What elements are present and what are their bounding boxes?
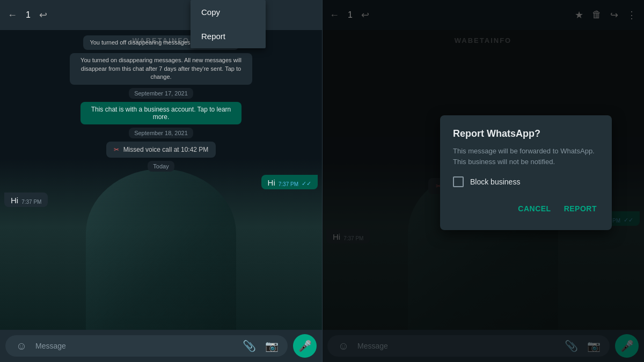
sent-msg-time-left: 7:37 PM xyxy=(279,181,298,187)
dialog-title: Report WhatsApp? xyxy=(453,128,599,139)
sent-message-left: Hi 7:37 PM ✓✓ xyxy=(261,175,318,189)
watermark-left: WABETAINFO xyxy=(133,36,189,45)
back-icon-left[interactable]: ← xyxy=(4,8,20,23)
double-tick-left: ✓✓ xyxy=(302,180,311,187)
left-top-bar: ← 1 ↩ Copy Report xyxy=(0,0,322,30)
cancel-button[interactable]: CANCEL xyxy=(516,200,553,217)
checkbox-label: Block business xyxy=(470,178,520,186)
missed-call-icon-left: ✂ xyxy=(114,146,119,153)
date-badge-1: September 17, 2021 xyxy=(129,88,193,99)
mic-icon-left: 🎤 xyxy=(298,339,312,352)
camera-icon-left[interactable]: 📷 xyxy=(263,337,280,354)
received-msg-time-left: 7:37 PM xyxy=(21,199,41,205)
date-badge-2: September 18, 2021 xyxy=(129,128,193,138)
mic-button-left[interactable]: 🎤 xyxy=(293,334,317,358)
bottom-bar-left: ☺ Message 📎 📷 🎤 xyxy=(0,330,322,362)
sent-msg-text-left: Hi xyxy=(268,178,275,187)
business-badge[interactable]: This chat is with a business account. Ta… xyxy=(80,102,241,124)
report-dialog: Report WhatsApp? This message will be fo… xyxy=(440,115,612,230)
received-message-left: Hi 7:37 PM xyxy=(4,193,48,207)
panel-divider xyxy=(322,0,323,362)
context-menu: Copy Report xyxy=(191,0,266,48)
input-area-left[interactable]: ☺ Message 📎 📷 xyxy=(5,335,288,357)
chat-background-left: You turned off disappearing messages. Ta… xyxy=(0,30,322,330)
received-msg-text-left: Hi xyxy=(11,196,18,205)
message-placeholder-left: Message xyxy=(35,342,235,350)
dialog-buttons: CANCEL REPORT xyxy=(453,200,599,217)
block-business-checkbox[interactable] xyxy=(453,176,464,187)
selected-count-left: 1 xyxy=(25,10,32,20)
chat-messages-left: You turned off disappearing messages. Ta… xyxy=(0,30,322,212)
missed-call-text-left: Missed voice call at 10:42 PM xyxy=(123,146,209,153)
report-menu-item[interactable]: Report xyxy=(191,24,266,48)
emoji-icon-left[interactable]: ☺ xyxy=(13,337,30,354)
dialog-body: This message will be forwarded to WhatsA… xyxy=(453,146,599,167)
missed-call-left: ✂ Missed voice call at 10:42 PM xyxy=(106,142,216,158)
left-panel: ← 1 ↩ Copy Report WABETAINFO You turned … xyxy=(0,0,322,362)
copy-menu-item[interactable]: Copy xyxy=(191,0,266,24)
system-msg-2[interactable]: You turned on disappearing messages. All… xyxy=(70,53,252,84)
attach-icon-left[interactable]: 📎 xyxy=(240,337,258,354)
report-button[interactable]: REPORT xyxy=(562,200,599,217)
checkbox-row: Block business xyxy=(453,176,599,187)
reply-icon-left[interactable]: ↩ xyxy=(36,7,50,23)
right-panel: ← 1 ↩ ★ 🗑 ↪ ⋮ WABETAINFO ✂ Missed voice … xyxy=(322,0,644,362)
dialog-overlay: Report WhatsApp? This message will be fo… xyxy=(322,0,644,362)
today-badge-left: Today xyxy=(148,161,174,172)
